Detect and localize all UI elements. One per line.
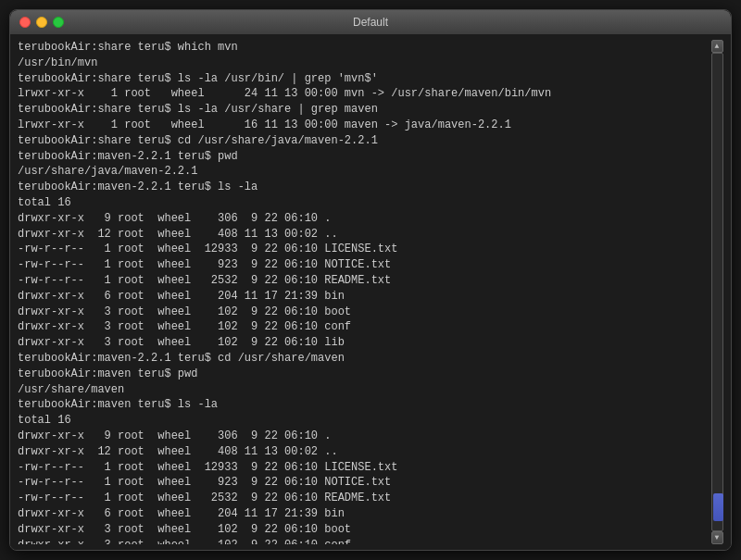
scrollbar[interactable]: ▲ ▼ — [710, 40, 723, 544]
terminal-line: drwxr-xr-x 9 root wheel 306 9 22 06:10 . — [18, 211, 710, 227]
terminal-line: -rw-r--r-- 1 root wheel 12933 9 22 06:10… — [18, 242, 710, 257]
terminal-line: drwxr-xr-x 3 root wheel 102 9 22 06:10 c… — [18, 319, 710, 335]
terminal-line: drwxr-xr-x 3 root wheel 102 9 22 06:10 l… — [18, 335, 710, 351]
titlebar: Default — [10, 10, 731, 34]
terminal-body[interactable]: terubookAir:share teru$ which mvn/usr/bi… — [10, 34, 731, 550]
terminal-line: -rw-r--r-- 1 root wheel 923 9 22 06:10 N… — [18, 257, 710, 273]
scroll-track[interactable] — [711, 53, 723, 531]
traffic-lights — [19, 17, 64, 28]
terminal-line: terubookAir:maven teru$ pwd — [18, 367, 710, 382]
window-title: Default — [353, 16, 388, 29]
terminal-window: Default terubookAir:share teru$ which mv… — [9, 9, 732, 551]
terminal-line: terubookAir:share teru$ cd /usr/share/ja… — [18, 133, 710, 149]
terminal-line: drwxr-xr-x 3 root wheel 102 9 22 06:10 b… — [18, 522, 710, 538]
terminal-line: drwxr-xr-x 6 root wheel 204 11 17 21:39 … — [18, 289, 710, 305]
terminal-line: drwxr-xr-x 3 root wheel 102 9 22 06:10 c… — [18, 538, 710, 545]
terminal-line: terubookAir:share teru$ ls -la /usr/bin/… — [18, 71, 710, 87]
terminal-line: terubookAir:share teru$ ls -la /usr/shar… — [18, 102, 710, 118]
scroll-down-button[interactable]: ▼ — [711, 531, 723, 544]
terminal-content: terubookAir:share teru$ which mvn/usr/bi… — [18, 40, 710, 544]
terminal-line: /usr/share/java/maven-2.2.1 — [18, 164, 710, 180]
terminal-line: -rw-r--r-- 1 root wheel 2532 9 22 06:10 … — [18, 273, 710, 289]
scroll-up-button[interactable]: ▲ — [711, 40, 723, 53]
terminal-line: terubookAir:maven-2.2.1 teru$ ls -la — [18, 180, 710, 195]
terminal-line: drwxr-xr-x 3 root wheel 102 9 22 06:10 b… — [18, 305, 710, 320]
terminal-line: terubookAir:maven-2.2.1 teru$ pwd — [18, 149, 710, 165]
terminal-line: terubookAir:maven-2.2.1 teru$ cd /usr/sh… — [18, 351, 710, 367]
terminal-line: total 16 — [18, 195, 710, 211]
close-button[interactable] — [19, 17, 31, 28]
terminal-line: lrwxr-xr-x 1 root wheel 16 11 13 00:00 m… — [18, 118, 710, 133]
terminal-line: -rw-r--r-- 1 root wheel 923 9 22 06:10 N… — [18, 475, 710, 491]
minimize-button[interactable] — [36, 17, 47, 28]
scroll-thumb[interactable] — [713, 493, 723, 521]
terminal-line: drwxr-xr-x 12 root wheel 408 11 13 00:02… — [18, 444, 710, 460]
terminal-line: /usr/share/maven — [18, 382, 710, 398]
terminal-line: terubookAir:share teru$ which mvn — [18, 40, 710, 56]
terminal-line: -rw-r--r-- 1 root wheel 12933 9 22 06:10… — [18, 460, 710, 476]
terminal-line: lrwxr-xr-x 1 root wheel 24 11 13 00:00 m… — [18, 86, 710, 102]
terminal-line: total 16 — [18, 413, 710, 429]
terminal-line: drwxr-xr-x 6 root wheel 204 11 17 21:39 … — [18, 506, 710, 522]
terminal-line: drwxr-xr-x 12 root wheel 408 11 13 00:02… — [18, 227, 710, 243]
maximize-button[interactable] — [53, 17, 64, 28]
terminal-line: drwxr-xr-x 9 root wheel 306 9 22 06:10 . — [18, 429, 710, 444]
terminal-line: terubookAir:maven teru$ ls -la — [18, 397, 710, 413]
terminal-line: /usr/bin/mvn — [18, 56, 710, 71]
terminal-line: -rw-r--r-- 1 root wheel 2532 9 22 06:10 … — [18, 491, 710, 506]
